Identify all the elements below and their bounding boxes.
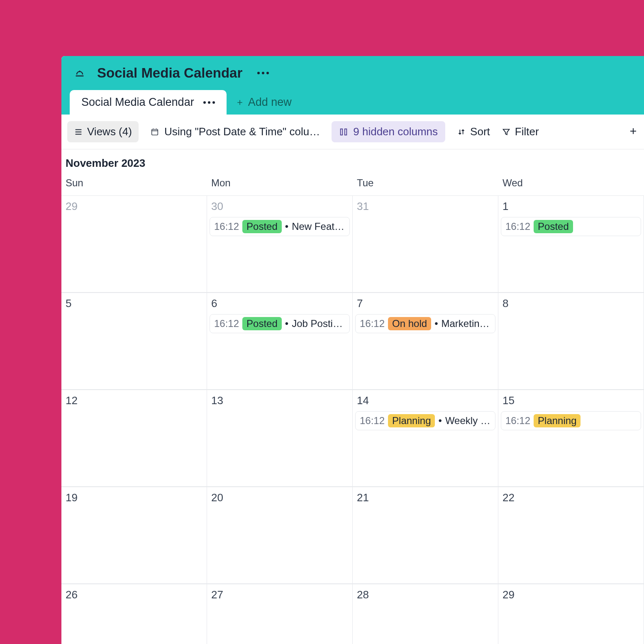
calendar-cell[interactable]: 20: [207, 487, 353, 584]
calendar-cell[interactable]: 31: [353, 195, 498, 293]
bullet-separator: •: [285, 221, 288, 232]
tab-social-media-calendar[interactable]: Social Media Calendar: [70, 90, 227, 115]
calendar-cell[interactable]: 29: [61, 195, 207, 293]
status-badge: Posted: [242, 220, 282, 233]
event-time: 16:12: [505, 415, 530, 427]
date-number: 19: [64, 491, 204, 504]
tab-row: Social Media Calendar Add new: [61, 90, 644, 115]
calendar-cell[interactable]: 3016:12Posted•New Feat…: [207, 195, 353, 293]
add-button[interactable]: [628, 125, 638, 139]
date-number: 7: [355, 297, 495, 310]
date-number: 6: [210, 297, 350, 310]
calendar-cell[interactable]: 8: [498, 293, 644, 390]
app-window: Social Media Calendar Social Media Calen…: [61, 56, 644, 644]
event-time: 16:12: [214, 318, 239, 329]
event-time: 16:12: [360, 318, 385, 329]
date-number: 13: [210, 394, 350, 407]
column-indicator[interactable]: Using "Post Date & Time" colu…: [150, 125, 320, 138]
date-number: 28: [355, 588, 495, 601]
column-indicator-label: Using "Post Date & Time" colu…: [164, 125, 320, 138]
svg-rect-1: [341, 129, 343, 135]
calendar-event[interactable]: 16:12Posted: [501, 217, 641, 236]
calendar-cell[interactable]: 1516:12Planning: [498, 390, 644, 487]
date-number: 5: [64, 297, 204, 310]
calendar-grid: 293016:12Posted•New Feat…31116:12Posted5…: [61, 195, 644, 644]
date-number: 14: [355, 394, 495, 407]
status-badge: Posted: [534, 220, 573, 233]
add-new-tab-button[interactable]: Add new: [227, 90, 301, 115]
calendar-event[interactable]: 16:12Planning•Weekly …: [355, 411, 495, 430]
date-number: 26: [64, 588, 204, 601]
calendar-cell[interactable]: 13: [207, 390, 353, 487]
calendar-cell[interactable]: 116:12Posted: [498, 195, 644, 293]
hidden-columns-button[interactable]: 9 hidden columns: [332, 121, 445, 142]
filter-label: Filter: [515, 125, 539, 138]
calendar-cell[interactable]: 26: [61, 584, 207, 644]
calendar-cell[interactable]: 616:12Posted•Job Posti…: [207, 293, 353, 390]
toolbar: Views (4) Using "Post Date & Time" colu……: [61, 115, 644, 149]
calendar-cell[interactable]: 1416:12Planning•Weekly …: [353, 390, 498, 487]
calendar-cell[interactable]: 29: [498, 584, 644, 644]
bullet-separator: •: [438, 415, 442, 427]
event-time: 16:12: [360, 415, 385, 427]
event-title: Marketin…: [442, 318, 490, 329]
day-header: Sun: [61, 176, 207, 195]
day-header: Tue: [353, 176, 498, 195]
calendar-event[interactable]: 16:12Planning: [501, 411, 641, 430]
calendar-cell[interactable]: 19: [61, 487, 207, 584]
event-title: Weekly …: [445, 415, 490, 427]
sort-label: Sort: [470, 125, 490, 138]
date-number: 22: [501, 491, 641, 504]
tab-label: Social Media Calendar: [81, 96, 194, 109]
header-more-button[interactable]: [257, 72, 269, 74]
bullet-separator: •: [285, 318, 288, 329]
calendar-cell[interactable]: 22: [498, 487, 644, 584]
add-new-label: Add new: [248, 96, 292, 109]
hidden-columns-label: 9 hidden columns: [353, 125, 438, 138]
page-title: Social Media Calendar: [97, 65, 242, 81]
date-number: 29: [501, 588, 641, 601]
calendar-cell[interactable]: 5: [61, 293, 207, 390]
calendar-event[interactable]: 16:12Posted•Job Posti…: [210, 314, 350, 333]
calendar-cell[interactable]: 21: [353, 487, 498, 584]
calendar-event[interactable]: 16:12On hold•Marketin…: [355, 314, 495, 333]
calendar-cell[interactable]: 27: [207, 584, 353, 644]
date-number: 31: [355, 200, 495, 213]
date-number: 20: [210, 491, 350, 504]
status-badge: Planning: [534, 414, 581, 427]
calendar-cell[interactable]: 12: [61, 390, 207, 487]
event-title: New Feat…: [292, 221, 344, 232]
month-label: November 2023: [61, 149, 644, 176]
status-badge: Posted: [242, 317, 282, 330]
date-number: 12: [64, 394, 204, 407]
calendar-event[interactable]: 16:12Posted•New Feat…: [210, 217, 350, 236]
day-headers-row: SunMonTueWed: [61, 176, 644, 195]
event-time: 16:12: [505, 221, 530, 232]
bullet-separator: •: [434, 318, 438, 329]
calendar-cell[interactable]: 28: [353, 584, 498, 644]
svg-rect-0: [152, 129, 158, 135]
event-time: 16:12: [214, 221, 239, 232]
tab-more-button[interactable]: [203, 101, 215, 104]
views-label: Views (4): [87, 125, 132, 138]
date-number: 27: [210, 588, 350, 601]
status-badge: On hold: [388, 317, 431, 330]
date-number: 8: [501, 297, 641, 310]
date-number: 15: [501, 394, 641, 407]
app-header: Social Media Calendar: [61, 56, 644, 90]
views-button[interactable]: Views (4): [67, 121, 139, 142]
date-number: 1: [501, 200, 641, 213]
svg-rect-2: [345, 129, 347, 135]
day-header: Mon: [207, 176, 353, 195]
date-number: 29: [64, 200, 204, 213]
event-title: Job Posti…: [292, 318, 343, 329]
day-header: Wed: [498, 176, 644, 195]
date-number: 21: [355, 491, 495, 504]
calendar-cell[interactable]: 716:12On hold•Marketin…: [353, 293, 498, 390]
filter-button[interactable]: Filter: [502, 125, 539, 138]
date-number: 30: [210, 200, 350, 213]
sort-button[interactable]: Sort: [457, 125, 490, 138]
app-icon: [74, 67, 85, 79]
status-badge: Planning: [388, 414, 435, 427]
